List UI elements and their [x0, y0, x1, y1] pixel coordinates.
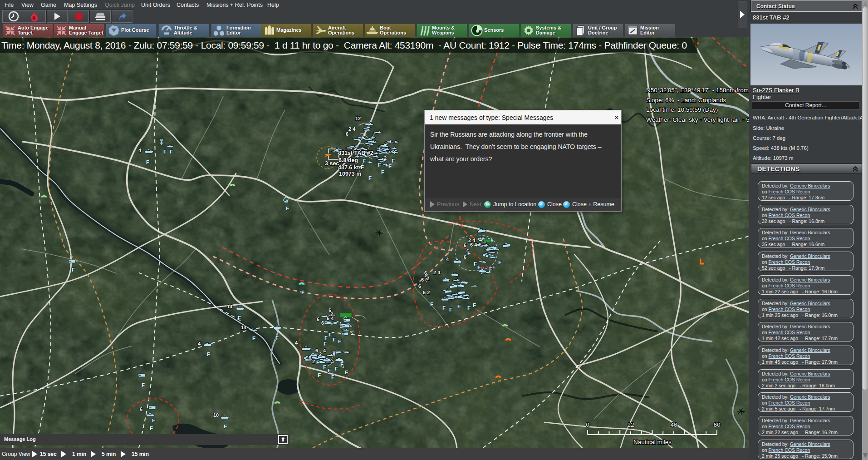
svg-text:F: F	[473, 302, 476, 308]
svg-text:2 4: 2 4	[348, 126, 356, 132]
svg-text:0: 0	[586, 421, 589, 428]
svg-text:F: F	[323, 364, 326, 370]
svg-text:6 2: 6 2	[423, 290, 430, 295]
svg-text:60: 60	[713, 421, 720, 428]
svg-text:2: 2	[312, 359, 315, 364]
svg-text:F: F	[498, 260, 501, 265]
svg-text:40: 40	[670, 421, 677, 428]
svg-text:6: 6	[464, 242, 466, 248]
svg-text:F: F	[142, 382, 145, 388]
svg-text:4: 4	[479, 237, 482, 242]
svg-text:F: F	[275, 335, 279, 341]
svg-text:4: 4	[138, 148, 142, 153]
svg-text:F: F	[457, 304, 461, 309]
svg-text:F: F	[492, 265, 495, 270]
svg-text:2: 2	[319, 351, 322, 357]
svg-text:6: 6	[346, 131, 348, 137]
svg-text:6.8 deg: 6.8 deg	[338, 157, 358, 163]
svg-text:F: F	[392, 158, 395, 163]
svg-text:4: 4	[323, 348, 326, 353]
svg-text:F: F	[378, 162, 381, 168]
svg-text:6: 6	[309, 355, 311, 361]
svg-text:F: F	[72, 267, 75, 272]
svg-text:6 4: 6 4	[470, 242, 477, 247]
svg-text:F: F	[449, 307, 452, 312]
svg-text:F: F	[152, 418, 155, 423]
svg-text:F: F	[324, 341, 327, 346]
svg-text:2: 2	[427, 276, 429, 281]
svg-text:F: F	[467, 251, 471, 256]
svg-text:4: 4	[446, 257, 449, 262]
svg-text:F: F	[252, 336, 255, 341]
svg-text:F: F	[338, 339, 341, 344]
svg-text:22: 22	[627, 421, 634, 428]
svg-text:3 sec: 3 sec	[325, 160, 339, 167]
svg-text:F: F	[150, 425, 153, 431]
svg-text:6: 6	[317, 317, 319, 322]
svg-text:F: F	[170, 149, 173, 154]
svg-text:F: F	[430, 302, 433, 307]
svg-text:437.6 kts: 437.6 kts	[338, 164, 362, 171]
svg-text:6: 6	[464, 254, 466, 260]
svg-text:10973 m: 10973 m	[339, 171, 361, 177]
svg-text:F: F	[467, 305, 471, 311]
svg-text:6: 6	[140, 406, 142, 412]
svg-text:F: F	[224, 424, 227, 429]
svg-text:14: 14	[241, 325, 247, 330]
svg-text:F: F	[331, 374, 334, 380]
svg-text:F: F	[340, 361, 343, 367]
svg-text:F: F	[238, 315, 241, 321]
svg-text:6: 6	[424, 270, 427, 276]
svg-text:F: F	[163, 149, 167, 154]
svg-text:F: F	[324, 335, 328, 341]
svg-text:F: F	[345, 370, 348, 375]
svg-text:F: F	[363, 158, 366, 163]
svg-text:Nautical miles: Nautical miles	[633, 439, 672, 445]
svg-text:F: F	[286, 206, 289, 211]
svg-text:F: F	[489, 266, 492, 272]
svg-text:F: F	[361, 164, 364, 170]
svg-text:4: 4	[198, 341, 201, 346]
svg-text:F: F	[381, 169, 384, 175]
svg-text:2 4: 2 4	[433, 270, 441, 275]
svg-text:F: F	[329, 332, 332, 337]
svg-text:6 4: 6 4	[327, 316, 334, 321]
svg-text:14: 14	[227, 304, 233, 309]
svg-text:6: 6	[321, 320, 324, 326]
svg-text:6: 6	[315, 348, 318, 353]
svg-text:F: F	[328, 368, 331, 373]
svg-text:F: F	[477, 265, 481, 270]
svg-text:6: 6	[418, 283, 421, 289]
svg-text:2: 2	[384, 155, 387, 161]
svg-text:F: F	[442, 305, 446, 311]
svg-text:F: F	[318, 372, 321, 378]
svg-text:F: F	[333, 337, 336, 342]
svg-text:F: F	[474, 261, 477, 267]
svg-text:F: F	[388, 163, 392, 169]
svg-text:10: 10	[213, 412, 219, 418]
svg-text:4: 4	[295, 340, 298, 346]
svg-text:F: F	[368, 175, 372, 181]
svg-text:F: F	[207, 351, 210, 357]
svg-text:12: 12	[355, 116, 361, 121]
svg-text:831st TAB #2: 831st TAB #2	[338, 150, 373, 156]
svg-text:F: F	[301, 290, 304, 295]
svg-text:F: F	[316, 360, 319, 365]
svg-text:F: F	[335, 366, 338, 371]
svg-text:F: F	[146, 159, 149, 165]
